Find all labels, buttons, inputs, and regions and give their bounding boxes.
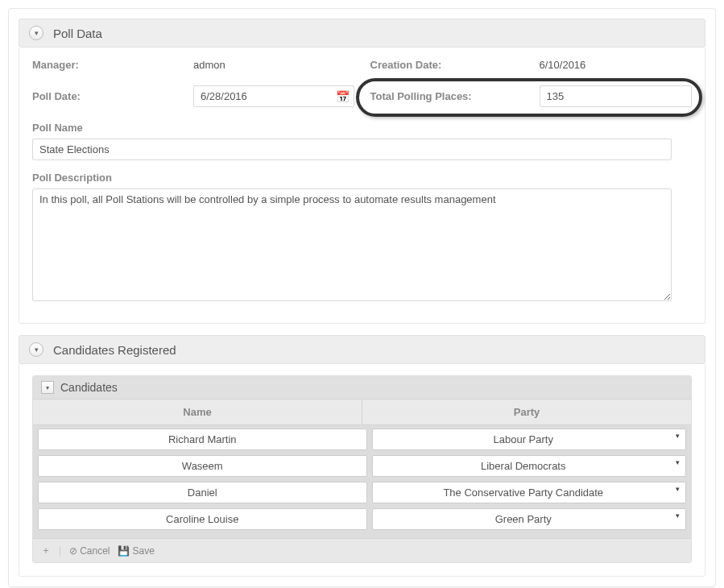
poll-data-body: Manager: admon Creation Date: 6/10/2016 … [19, 48, 705, 324]
cancel-icon: ⊘ [69, 545, 77, 557]
candidate-name-input[interactable] [38, 508, 367, 530]
table-row: ▾ [38, 508, 686, 530]
candidates-grid-header-bar: ▾ Candidates [33, 376, 691, 399]
table-row: ▾ [38, 429, 686, 450]
candidate-party-select[interactable]: ▾ [372, 508, 687, 530]
cancel-button[interactable]: ⊘ Cancel [69, 545, 110, 557]
chevron-down-icon[interactable]: ▾ [41, 381, 54, 394]
panel-title: Candidates Registered [53, 343, 176, 357]
cancel-label: Cancel [80, 545, 110, 557]
candidate-party-select[interactable]: ▾ [372, 455, 687, 477]
poll-data-header: ▾ Poll Data [19, 19, 705, 48]
manager-label: Manager: [32, 59, 193, 71]
grid-footer: ＋ | ⊘ Cancel 💾 Save [33, 538, 691, 562]
column-header-name: Name [33, 400, 362, 424]
candidate-party-value[interactable] [372, 455, 687, 477]
candidates-registered-panel: ▾ Candidates Registered ▾ Candidates Nam… [19, 335, 705, 577]
save-button[interactable]: 💾 Save [118, 545, 154, 557]
table-row: ▾ [38, 455, 686, 477]
candidate-party-value[interactable] [372, 508, 687, 530]
total-polling-places-label: Total Polling Places: [370, 90, 540, 102]
column-header-party: Party [362, 400, 691, 424]
candidates-registered-body: ▾ Candidates Name Party ▾▾▾▾ ＋ | ⊘ Cance… [19, 364, 705, 577]
collapse-icon[interactable]: ▾ [29, 26, 43, 40]
candidate-party-value[interactable] [372, 429, 687, 450]
poll-description-input[interactable] [32, 188, 672, 301]
poll-name-label: Poll Name [32, 122, 692, 134]
candidate-name-input[interactable] [38, 455, 367, 477]
total-polling-places-input[interactable] [540, 85, 693, 107]
poll-name-input[interactable] [32, 139, 672, 160]
save-label: Save [132, 545, 154, 557]
creation-date-value: 6/10/2016 [540, 59, 586, 71]
candidate-name-input[interactable] [38, 482, 367, 503]
sub-panel-title: Candidates [60, 381, 118, 394]
save-icon: 💾 [118, 545, 130, 557]
candidate-name-input[interactable] [38, 429, 367, 450]
plus-icon: ＋ [41, 544, 51, 557]
panel-title: Poll Data [53, 27, 102, 40]
poll-date-label: Poll Date: [32, 90, 193, 102]
creation-date-label: Creation Date: [370, 59, 540, 71]
candidates-registered-header: ▾ Candidates Registered [19, 335, 705, 364]
collapse-icon[interactable]: ▾ [29, 342, 43, 357]
poll-date-input[interactable] [193, 85, 354, 107]
candidate-party-value[interactable] [372, 482, 687, 503]
manager-value: admon [193, 59, 225, 71]
candidate-party-select[interactable]: ▾ [372, 429, 687, 450]
table-row: ▾ [38, 482, 686, 503]
poll-data-panel: ▾ Poll Data Manager: admon Creation Date… [19, 19, 705, 324]
add-row-button[interactable]: ＋ [41, 544, 51, 557]
candidate-party-select[interactable]: ▾ [372, 482, 687, 503]
candidates-grid-panel: ▾ Candidates Name Party ▾▾▾▾ ＋ | ⊘ Cance… [32, 375, 692, 563]
poll-description-label: Poll Description [32, 172, 692, 184]
form-card: ▾ Poll Data Manager: admon Creation Date… [8, 8, 716, 587]
grid-column-headers: Name Party [33, 399, 691, 425]
grid-body: ▾▾▾▾ [33, 425, 691, 538]
